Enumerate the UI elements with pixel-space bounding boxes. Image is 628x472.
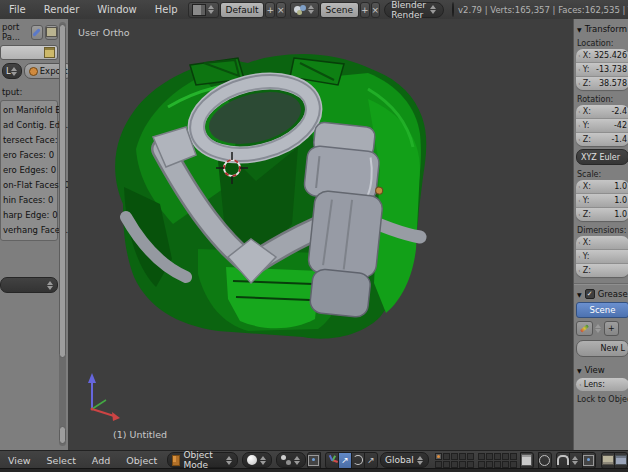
list-item[interactable]: harp Edge: 0 [1, 208, 57, 223]
grease-pencil-checkbox[interactable]: ✓ [585, 289, 595, 299]
list-item[interactable]: hin Faces: 0 [1, 193, 57, 208]
list-item[interactable]: on Manifold Ed [1, 103, 57, 118]
scene-selector[interactable] [290, 2, 319, 18]
properties-panel: ▼ Transform Location: ‹ X: 325.426 ‹ Y: … [573, 19, 628, 450]
list-item[interactable]: on-Flat Faces: 0 [1, 178, 57, 193]
transform-orientation-dropdown[interactable]: Global [380, 452, 429, 468]
layer-toggle[interactable] [435, 461, 442, 468]
translate-arrow-icon: ↗ [341, 455, 349, 465]
location-z-field[interactable]: ‹ Z: 38.578 [576, 77, 628, 90]
pivot-align-toggle[interactable] [307, 452, 321, 469]
grease-pencil-panel-header[interactable]: ▼ ✓ Grease [577, 289, 628, 299]
grease-scene-button[interactable]: Scene [576, 302, 628, 318]
add-scene-button[interactable]: + [360, 2, 370, 18]
grease-pencil-draw-button[interactable] [576, 321, 593, 336]
dimensions-y-field[interactable]: ‹ Y: [576, 250, 628, 264]
rotation-y-field[interactable]: ‹ Y: -42 [576, 119, 628, 133]
layer-grid [435, 453, 517, 468]
new-layer-button[interactable]: New L [576, 340, 628, 357]
list-item[interactable]: tersect Face: 0 [1, 133, 57, 148]
add-grease-layer-button[interactable]: + [604, 321, 619, 336]
export-path-input[interactable] [0, 45, 58, 60]
dimensions-z-field[interactable]: ‹ Z: [576, 264, 628, 277]
layer-toggle[interactable] [443, 453, 450, 460]
scale-manipulator-button[interactable]: ↗ [364, 452, 378, 469]
tool-button[interactable] [31, 25, 43, 40]
rotate-manipulator-button[interactable] [351, 452, 365, 469]
manipulator-toggle[interactable] [325, 452, 339, 469]
lens-field[interactable]: ‹ Lens: [576, 378, 628, 391]
layer-toggle[interactable] [494, 453, 501, 460]
rotation-x-field[interactable]: ‹ X: -2.4 [576, 105, 628, 119]
menu-view[interactable]: View [0, 455, 39, 466]
layer-toggle[interactable] [486, 453, 493, 460]
rotation-mode-dropdown[interactable]: XYZ Euler [576, 149, 628, 165]
menu-file[interactable]: File [0, 1, 35, 19]
layer-toggle[interactable] [459, 461, 466, 468]
menu-window[interactable]: Window [88, 1, 145, 19]
dimensions-x-field[interactable]: ‹ X: [576, 236, 628, 250]
add-layout-button[interactable]: + [265, 2, 275, 18]
file-browse-icon[interactable] [44, 47, 55, 58]
rotation-z-field[interactable]: ‹ Z: -1.4 [576, 133, 628, 146]
layer-toggle[interactable] [443, 461, 450, 468]
layer-toggle[interactable] [502, 461, 509, 468]
layer-toggle[interactable] [459, 453, 466, 460]
pivot-point-dropdown[interactable] [276, 452, 306, 468]
delete-scene-button[interactable]: × [371, 2, 381, 18]
mode-dropdown[interactable]: Object Mode [167, 452, 238, 468]
opengl-render-button[interactable] [601, 452, 615, 469]
lock-to-scene-button[interactable] [520, 452, 534, 469]
layer-toggle[interactable] [486, 461, 493, 468]
layer-toggle[interactable] [478, 461, 485, 468]
layer-toggle[interactable] [451, 461, 458, 468]
delete-layout-button[interactable]: × [276, 2, 286, 18]
menu-help[interactable]: Help [146, 1, 187, 19]
scale-x-field[interactable]: ‹ X: 1.0 [576, 180, 628, 194]
export-format-dropdown[interactable]: L [2, 63, 22, 79]
3d-viewport[interactable]: User Ortho (1) Untitled [68, 19, 573, 450]
menu-add[interactable]: Add [84, 455, 118, 466]
layer-toggle[interactable] [467, 461, 474, 468]
translate-manipulator-button[interactable]: ↗ [338, 452, 352, 469]
proportional-edit-button[interactable] [538, 452, 552, 469]
list-item[interactable]: ero Faces: 0 [1, 148, 57, 163]
menu-render[interactable]: Render [35, 1, 89, 19]
viewport-shading-dropdown[interactable] [242, 452, 272, 468]
scene-name-field[interactable]: Scene [320, 2, 359, 18]
rotation-label: Rotation: [577, 95, 628, 104]
list-item[interactable]: ero Edges: 0 [1, 163, 57, 178]
snap-toggle-button[interactable] [556, 452, 570, 469]
transform-panel-header[interactable]: ▼ Transform [577, 24, 628, 34]
tool-shelf-dropdown[interactable] [0, 277, 58, 293]
layer-toggle[interactable] [451, 453, 458, 460]
view-panel-header[interactable]: ▼ View [577, 365, 628, 375]
layer-toggle[interactable] [502, 453, 509, 460]
snap-element-dropdown[interactable] [569, 452, 583, 469]
list-item[interactable]: verhang Face:... [1, 223, 57, 238]
menu-select[interactable]: Select [39, 455, 84, 466]
render-engine-dropdown[interactable]: Blender Render [384, 2, 444, 18]
chevron-updown-icon [208, 5, 215, 14]
layer-toggle[interactable] [478, 453, 485, 460]
image-button[interactable] [45, 25, 58, 40]
scale-z-field[interactable]: ‹ Z: 1.0 [576, 208, 628, 221]
layer-toggle[interactable] [494, 461, 501, 468]
scrollbar-thumb[interactable] [59, 426, 66, 444]
layer-toggle[interactable] [435, 453, 442, 460]
scale-y-field[interactable]: ‹ Y: 1.0 [576, 194, 628, 208]
tool-shelf-scrollbar[interactable] [59, 22, 66, 446]
opengl-render-anim-button[interactable] [614, 452, 628, 469]
location-x-field[interactable]: ‹ X: 325.426 [576, 49, 628, 63]
layout-name-field[interactable]: Default [220, 2, 265, 18]
snap-target-button[interactable] [582, 452, 596, 469]
chevron-updown-icon [11, 67, 18, 76]
layer-toggle[interactable] [467, 453, 474, 460]
editor-layout-selector[interactable] [188, 2, 219, 18]
layer-toggle[interactable] [510, 453, 517, 460]
list-item[interactable]: ad Contig. Edg... [1, 118, 57, 133]
menu-object[interactable]: Object [118, 455, 165, 466]
scrollbar-thumb[interactable] [59, 24, 66, 358]
layer-toggle[interactable] [510, 461, 517, 468]
location-y-field[interactable]: ‹ Y: -13.738 [576, 63, 628, 77]
